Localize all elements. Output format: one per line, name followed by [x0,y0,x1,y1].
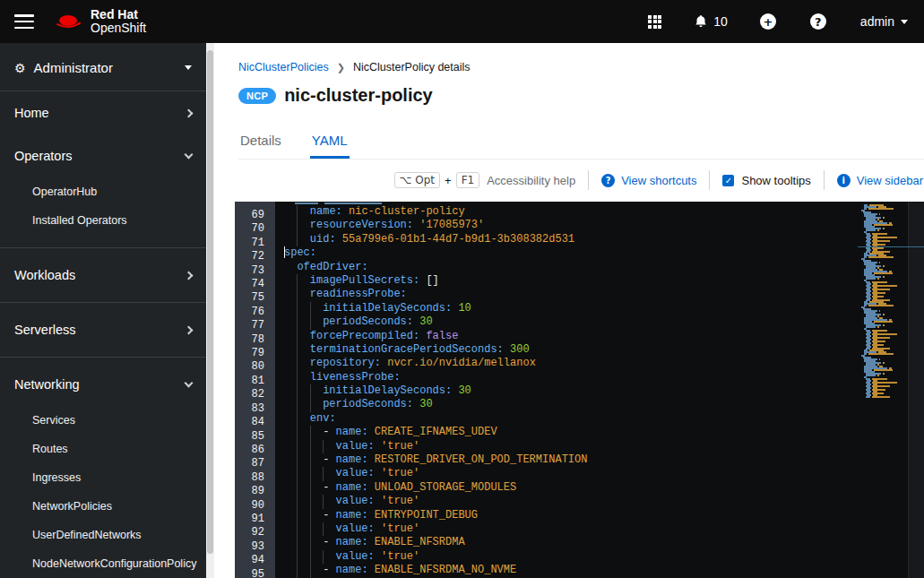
sidebar-subitem-userdefinednetworks[interactable]: UserDefinedNetworks [0,521,206,549]
code-line-71: uid: 55a799e6-01b1-44d7-b9d1-3b308382d53… [275,233,859,246]
editor-scrollbar[interactable] [908,202,924,578]
code-line-76: initialDelaySeconds: 10 [275,302,859,315]
breadcrumb-link[interactable]: NicClusterPolicies [238,61,329,73]
chevron-down-icon [185,151,194,160]
code-line-88: value: 'true' [275,467,859,480]
sidebar-subitem-nodenetworkconfigurationpolicy[interactable]: NodeNetworkConfigurationPolicy [0,549,206,578]
kbd-plus: + [445,174,452,187]
sidebar-item-operators[interactable]: Operators [0,134,206,177]
help-icon[interactable]: ? [810,13,826,30]
sidebar-item-serverless[interactable]: Serverless [0,308,206,351]
yaml-gutter: 6970717273747576777879808182838485868788… [235,202,275,578]
toolbar-divider [824,170,825,190]
sidebar-item-label: Workloads [14,268,75,282]
username: admin [860,14,894,29]
quick-create-icon[interactable]: + [760,13,776,30]
editor-minimap[interactable] [859,202,908,578]
sidebar-subitem-routes[interactable]: Routes [0,435,206,463]
sidebar-nav: HomeOperatorsOperatorHubInstalled Operat… [0,91,206,578]
line-number: 74 [235,278,264,291]
sidebar-item-workloads[interactable]: Workloads [0,254,206,297]
sidebar-item-label: Networking [14,377,80,392]
line-number: 81 [235,375,264,388]
yaml-code[interactable]: name: nic-cluster-policyresourceVersion:… [275,202,859,578]
sidebar-subitem-installed operators[interactable]: Installed Operators [0,206,206,235]
code-line-92: value: 'true' [275,522,859,536]
nav-divider [0,357,206,358]
line-number: 77 [235,319,264,332]
notification-count: 10 [713,14,728,29]
nav-divider [0,302,206,303]
accessibility-help-label: Accessibility help [487,174,575,187]
line-number: 85 [235,430,264,444]
breadcrumb: NicClusterPolicies ❯ NicClusterPolicy de… [238,61,924,73]
line-number: 69 [235,209,264,222]
user-menu[interactable]: admin [860,14,908,29]
code-line-69: name: nic-cluster-policy [275,205,859,219]
line-number: 89 [235,485,264,498]
code-line-90: value: 'true' [275,495,859,508]
line-number: 90 [235,499,264,513]
sidebar-item-networking[interactable]: Networking [0,363,206,406]
code-line-86: value: 'true' [275,440,859,453]
view-sidebar-link[interactable]: i View sidebar [837,174,923,187]
title-row: NCP nic-cluster-policy [238,85,924,106]
sidebar-subitem-operatorhub[interactable]: OperatorHub [0,177,206,206]
code-line-89: - name: UNLOAD_STORAGE_MODULES [275,481,859,495]
line-number: 70 [235,222,264,236]
page-title: nic-cluster-policy [284,85,433,106]
view-sidebar-label: View sidebar [857,174,923,187]
scrollbar-thumb[interactable] [207,50,213,554]
code-line-80: repository: nvcr.io/nvidia/mellanox [275,357,859,370]
tabs: Details YAML [238,127,924,160]
brand-logo[interactable]: Red Hat OpenShift [56,8,146,34]
brand-line1: Red Hat [91,8,146,22]
code-line-81: livenessProbe: [275,371,859,384]
info-circle-icon: i [837,174,851,187]
sidebar-subitem-services[interactable]: Services [0,406,206,435]
code-line-83: periodSeconds: 30 [275,398,859,411]
code-line-74: imagePullSecrets: [] [275,274,859,288]
sidebar-subitem-networkpolicies[interactable]: NetworkPolicies [0,492,206,521]
code-line-84: env: [275,412,859,426]
show-tooltips-checkbox[interactable]: ✓ [722,175,734,186]
brand-line2: OpenShift [91,22,146,35]
app-launcher-icon[interactable] [648,15,661,29]
cogs-icon: ⚙ [14,61,26,75]
sidebar-item-home[interactable]: Home [0,91,206,134]
line-number: 88 [235,471,264,485]
chevron-down-icon [901,20,908,24]
code-line-94: value: 'true' [275,550,859,564]
nav-divider [0,247,206,248]
toolbar-divider [709,170,710,190]
redhat-fedora-icon [56,13,82,30]
minimap-marker [858,246,924,247]
line-number: 93 [235,540,264,554]
chevron-down-icon [185,379,194,388]
perspective-switcher[interactable]: ⚙ Administrator [0,43,206,91]
notifications-button[interactable]: 10 [694,14,728,29]
code-line-93: - name: ENABLE_NFSRDMA [275,536,859,549]
nav-toggle-icon[interactable] [14,14,34,29]
perspective-label: Administrator [34,60,113,75]
code-line-78: forcePrecompiled: false [275,330,859,343]
line-number: 87 [235,457,264,470]
code-line-75: readinessProbe: [275,288,859,301]
line-number: 75 [235,291,264,305]
masthead: Red Hat OpenShift 10 + ? admin [0,0,924,43]
view-shortcuts-link[interactable]: ? View shortcuts [601,174,696,187]
code-line-73: ofedDriver: [275,261,859,274]
kbd-f1: F1 [456,172,480,188]
line-number: 83 [235,402,264,416]
text-cursor [284,246,285,258]
tab-yaml[interactable]: YAML [310,127,350,159]
page-scrollbar[interactable] [206,43,214,578]
tab-details[interactable]: Details [238,127,283,159]
sidebar: ⚙ Administrator HomeOperatorsOperatorHub… [0,43,206,578]
chevron-right-icon [185,325,194,334]
bell-icon [694,14,708,29]
sidebar-subitem-ingresses[interactable]: Ingresses [0,463,206,492]
show-tooltips-label: Show tooltips [741,174,810,187]
sidebar-item-label: Home [14,106,49,120]
code-line-70: resourceVersion: '17085973' [275,219,859,232]
